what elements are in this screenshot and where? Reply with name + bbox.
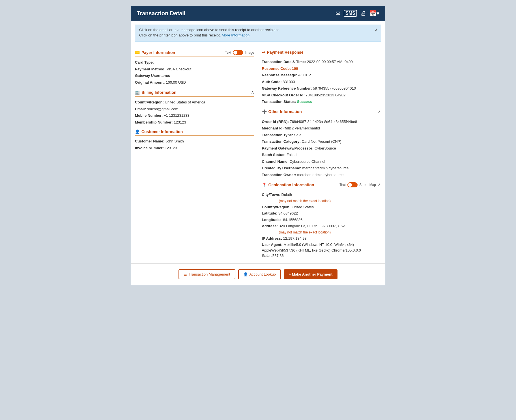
billing-section-title: 🏢 Billing Information bbox=[135, 90, 177, 95]
other-info-header: ➕ Other Information ∧ bbox=[262, 109, 381, 116]
geo-toggle-switch[interactable] bbox=[347, 182, 358, 187]
geo-collapse-btn[interactable]: ∧ bbox=[378, 182, 381, 187]
plus-circle-icon: ➕ bbox=[262, 109, 267, 114]
field-txn-type: Transaction Type: Sale bbox=[262, 132, 381, 138]
field-invoice-number: Invoice Number: 123123 bbox=[135, 145, 254, 151]
field-payment-method: Payment Method: VISA Checkout bbox=[135, 66, 254, 72]
other-info-fields: Order Id (RRN): 768d4087-3faf-423a-8d64-… bbox=[262, 119, 381, 178]
account-lookup-button[interactable]: 👤 Account Lookup bbox=[238, 269, 281, 279]
field-txn-category: Transaction Category: Card Not Present (… bbox=[262, 139, 381, 144]
field-latitude: Latitude: 34.0349622 bbox=[262, 211, 381, 216]
make-another-payment-button[interactable]: + Make Another Payment bbox=[284, 269, 337, 279]
sms-icon[interactable]: SMS bbox=[344, 10, 357, 17]
reply-icon: ↩ bbox=[262, 50, 265, 55]
payer-toggle-text-label: Text bbox=[225, 51, 231, 55]
other-info-collapse-btn[interactable]: ∧ bbox=[378, 109, 381, 114]
geo-section-header: 📍 Geolocation Information Text Street Ma… bbox=[262, 182, 381, 189]
pin-icon: 📍 bbox=[262, 183, 267, 187]
payer-toggle-image-label: Image bbox=[245, 51, 254, 55]
field-auth-code: Auth Code: 831000 bbox=[262, 79, 381, 85]
info-box: Click on the email or text message icon … bbox=[135, 25, 381, 42]
header: Transaction Detail ✉ SMS 🖨 📅▾ bbox=[131, 6, 385, 21]
field-original-amount: Original Amount: 100.00 USD bbox=[135, 80, 254, 85]
field-created-by: Created By Username: merchantadmin.cyber… bbox=[262, 165, 381, 171]
field-visa-checkout-id: VISA Checkout Order Id: 70418852352813 0… bbox=[262, 92, 381, 98]
field-response-code: Response Code: 100 bbox=[262, 66, 381, 72]
more-information-link[interactable]: More Information bbox=[222, 33, 250, 37]
field-channel-name: Channel Name: Cybersource Channel bbox=[262, 159, 381, 164]
other-info-title: ➕ Other Information bbox=[262, 109, 302, 114]
right-panel: ↩ Payment Response Transaction Date & Ti… bbox=[259, 46, 381, 259]
payer-toggle-switch[interactable] bbox=[233, 50, 243, 55]
field-txn-date: Transaction Date & Time: 2022-09-09 09:5… bbox=[262, 59, 381, 65]
header-icons: ✉ SMS 🖨 📅▾ bbox=[336, 10, 379, 17]
payer-section-title: 💳 Payer Information bbox=[135, 50, 175, 55]
page-title: Transaction Detail bbox=[137, 10, 185, 17]
field-txn-owner: Transaction Owner: merchantadmin.cyberso… bbox=[262, 172, 381, 178]
billing-collapse-btn[interactable]: ∧ bbox=[251, 90, 254, 95]
info-box-collapse-btn[interactable]: ∧ bbox=[375, 27, 378, 33]
field-merchant-id: Merchant Id (MID): velamerchantid bbox=[262, 125, 381, 131]
print-icon[interactable]: 🖨 bbox=[360, 10, 366, 17]
field-geo-country: Country/Region: United States bbox=[262, 204, 381, 210]
payment-response-fields: Transaction Date & Time: 2022-09-09 09:5… bbox=[262, 59, 381, 105]
field-gateway-ref: Gateway Reference Number: 59794355776686… bbox=[262, 86, 381, 91]
person-icon: 👤 bbox=[135, 129, 140, 134]
email-icon[interactable]: ✉ bbox=[336, 10, 340, 17]
list-icon: ☰ bbox=[184, 272, 187, 276]
calendar-icon[interactable]: 📅▾ bbox=[369, 10, 379, 17]
field-user-agent: User Agent: Mozilla/5.0 (Windows NT 10.0… bbox=[262, 242, 381, 259]
field-txn-status: Transaction Status: Success bbox=[262, 99, 381, 105]
main-container: Transaction Detail ✉ SMS 🖨 📅▾ Click on t… bbox=[131, 6, 385, 285]
field-response-message: Response Message: ACCEPT bbox=[262, 72, 381, 78]
geo-toggle-text-label: Text bbox=[339, 183, 346, 187]
field-ip-address: IP Address: 12.197.184.98 bbox=[262, 236, 381, 241]
field-order-id: Order Id (RRN): 768d4087-3faf-423a-8d64-… bbox=[262, 119, 381, 125]
field-membership: Membership Number: 123123 bbox=[135, 120, 254, 125]
payer-toggle-group: Text Image bbox=[225, 50, 254, 55]
field-card-type: Card Type: bbox=[135, 60, 254, 65]
transaction-management-button[interactable]: ☰ Transaction Management bbox=[179, 269, 235, 279]
customer-fields: Customer Name: John Smith Invoice Number… bbox=[135, 138, 254, 151]
content-area: 💳 Payer Information Text Image Card Type… bbox=[131, 46, 385, 263]
geo-toggle-streetmap-label: Street Map bbox=[359, 183, 376, 187]
field-customer-name: Customer Name: John Smith bbox=[135, 138, 254, 144]
building-icon: 🏢 bbox=[135, 90, 140, 95]
geo-section-title: 📍 Geolocation Information bbox=[262, 183, 314, 187]
left-panel: 💳 Payer Information Text Image Card Type… bbox=[135, 46, 259, 259]
info-line1: Click on the email or text message icon … bbox=[139, 28, 377, 32]
field-city-warning: (may not match the exact location) bbox=[262, 198, 381, 203]
field-address: Address: 320 Longvue Ct, Duluth, GA 3009… bbox=[262, 223, 381, 229]
field-address-warning: (may not match the exact location) bbox=[262, 230, 381, 235]
field-city: City/Town: Duluth bbox=[262, 192, 381, 198]
field-batch-status: Batch Status: Failed bbox=[262, 152, 381, 158]
geo-fields: City/Town: Duluth (may not match the exa… bbox=[262, 192, 381, 259]
billing-fields: Country/Region: United States of America… bbox=[135, 99, 254, 125]
footer-buttons: ☰ Transaction Management 👤 Account Looku… bbox=[131, 263, 385, 285]
field-gateway-username: Gateway Username: bbox=[135, 73, 254, 79]
payer-fields: Card Type: Payment Method: VISA Checkout… bbox=[135, 60, 254, 85]
field-longitude: Longitude: -84.1556836 bbox=[262, 217, 381, 223]
billing-section-header: 🏢 Billing Information ∧ bbox=[135, 90, 254, 97]
field-payment-gateway: Payment Gateway/Processor: CyberSource bbox=[262, 146, 381, 151]
info-line2: Click on the printer icon above to print… bbox=[139, 33, 377, 37]
account-icon: 👤 bbox=[243, 272, 248, 276]
field-country: Country/Region: United States of America bbox=[135, 99, 254, 105]
payer-section-header: 💳 Payer Information Text Image bbox=[135, 50, 254, 57]
payment-response-title: ↩ Payment Response bbox=[262, 50, 304, 55]
field-email: Email: smithh@gmail.com bbox=[135, 106, 254, 112]
payment-response-header: ↩ Payment Response bbox=[262, 50, 381, 56]
geo-toggle-group: Text Street Map ∧ bbox=[339, 182, 381, 187]
customer-section-header: 👤 Customer Information bbox=[135, 129, 254, 136]
credit-card-icon: 💳 bbox=[135, 50, 140, 55]
field-mobile: Mobile Number: +1 1231231233 bbox=[135, 113, 254, 118]
customer-section-title: 👤 Customer Information bbox=[135, 129, 183, 134]
